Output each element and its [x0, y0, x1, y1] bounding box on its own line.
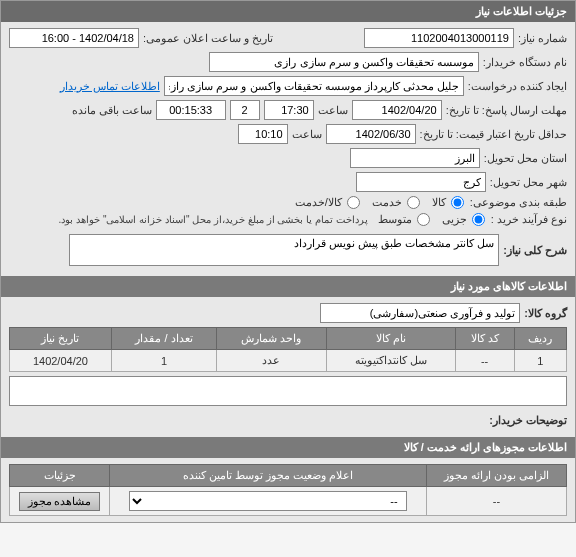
- view-permit-button[interactable]: مشاهده مجوز: [19, 492, 101, 511]
- cell-date: 1402/04/20: [10, 350, 112, 372]
- cat-service-radio[interactable]: [407, 196, 420, 209]
- status-select[interactable]: --: [129, 491, 406, 511]
- reply-deadline-label: مهلت ارسال پاسخ: تا تاریخ:: [446, 104, 567, 117]
- purchase-type-label: نوع فرآیند خرید :: [491, 213, 567, 226]
- panel-title: جزئیات اطلاعات نیاز: [476, 5, 567, 17]
- time-label-2: ساعت: [292, 128, 322, 141]
- announce-input[interactable]: [9, 28, 139, 48]
- cell-unit: عدد: [217, 350, 327, 372]
- cat-both-label: کالا/خدمت: [295, 196, 342, 209]
- items-table: ردیف کد کالا نام کالا واحد شمارش تعداد /…: [9, 327, 567, 372]
- col-name: نام کالا: [326, 328, 455, 350]
- validity-label: حداقل تاریخ اعتبار قیمت: تا تاریخ:: [420, 128, 567, 141]
- reply-date-input[interactable]: [352, 100, 442, 120]
- pcol-status: اعلام وضعیت مجوز توسط تامین کننده: [110, 465, 427, 487]
- cat-both-radio[interactable]: [347, 196, 360, 209]
- pcell-mandatory: --: [427, 487, 567, 516]
- validity-time-input[interactable]: [238, 124, 288, 144]
- col-code: کد کالا: [455, 328, 514, 350]
- permits-header-title: اطلاعات مجوزهای ارائه خدمت / کالا: [404, 441, 567, 453]
- remaining-time-input[interactable]: [156, 100, 226, 120]
- need-number-input[interactable]: [364, 28, 514, 48]
- category-radio-group: کالا خدمت کالا/خدمت: [295, 196, 466, 209]
- buyer-notes-label: توضیحات خریدار:: [489, 414, 567, 427]
- cell-idx: 1: [514, 350, 566, 372]
- table-row[interactable]: 1 -- سل کانتداکتیویته عدد 1 1402/04/20: [10, 350, 567, 372]
- pcell-status: --: [110, 487, 427, 516]
- days-left-input[interactable]: [230, 100, 260, 120]
- province-label: استان محل تحویل:: [484, 152, 567, 165]
- permits-table: الزامی بودن ارائه مجوز اعلام وضعیت مجوز …: [9, 464, 567, 516]
- items-header-title: اطلاعات کالاهای مورد نیاز: [451, 280, 567, 292]
- pcol-mandatory: الزامی بودن ارائه مجوز: [427, 465, 567, 487]
- cat-goods-label: کالا: [432, 196, 446, 209]
- buyer-label: نام دستگاه خریدار:: [483, 56, 567, 69]
- remaining-label: ساعت باقی مانده: [72, 104, 152, 117]
- pt-medium-radio[interactable]: [417, 213, 430, 226]
- cell-name: سل کانتداکتیویته: [326, 350, 455, 372]
- form-area: شماره نیاز: تاریخ و ساعت اعلان عمومی: نا…: [1, 22, 575, 276]
- col-row: ردیف: [514, 328, 566, 350]
- items-extra-textarea[interactable]: [9, 376, 567, 406]
- buyer-input[interactable]: [209, 52, 479, 72]
- reply-time-input[interactable]: [264, 100, 314, 120]
- desc-label: شرح کلی نیاز:: [503, 244, 567, 257]
- province-input[interactable]: [350, 148, 480, 168]
- city-input[interactable]: [356, 172, 486, 192]
- group-label: گروه کالا:: [524, 307, 567, 320]
- col-unit: واحد شمارش: [217, 328, 327, 350]
- creator-label: ایجاد کننده درخواست:: [468, 80, 567, 93]
- cat-service-label: خدمت: [372, 196, 402, 209]
- cat-goods-radio[interactable]: [451, 196, 464, 209]
- pt-minor-label: جزیی: [442, 213, 467, 226]
- contact-link[interactable]: اطلاعات تماس خریدار: [60, 80, 160, 93]
- items-header: اطلاعات کالاهای مورد نیاز: [1, 276, 575, 297]
- announce-label: تاریخ و ساعت اعلان عمومی:: [143, 32, 273, 45]
- pt-minor-radio[interactable]: [472, 213, 485, 226]
- creator-input[interactable]: [164, 76, 464, 96]
- main-panel: جزئیات اطلاعات نیاز شماره نیاز: تاریخ و …: [0, 0, 576, 523]
- permits-header: اطلاعات مجوزهای ارائه خدمت / کالا: [1, 437, 575, 458]
- city-label: شهر محل تحویل:: [490, 176, 567, 189]
- col-date: تاریخ نیاز: [10, 328, 112, 350]
- group-input[interactable]: [320, 303, 520, 323]
- pt-medium-label: متوسط: [378, 213, 412, 226]
- pcol-details: جزئیات: [10, 465, 110, 487]
- purchase-type-group: جزیی متوسط: [378, 213, 487, 226]
- time-label-1: ساعت: [318, 104, 348, 117]
- permits-row: -- -- مشاهده مجوز: [10, 487, 567, 516]
- items-area: گروه کالا: ردیف کد کالا نام کالا واحد شم…: [1, 297, 575, 437]
- validity-date-input[interactable]: [326, 124, 416, 144]
- panel-header: جزئیات اطلاعات نیاز: [1, 1, 575, 22]
- category-label: طبقه بندی موضوعی:: [470, 196, 567, 209]
- permits-area: الزامی بودن ارائه مجوز اعلام وضعیت مجوز …: [1, 458, 575, 522]
- cell-code: --: [455, 350, 514, 372]
- need-number-label: شماره نیاز:: [518, 32, 567, 45]
- col-qty: تعداد / مقدار: [111, 328, 216, 350]
- cell-qty: 1: [111, 350, 216, 372]
- pt-note: پرداخت تمام یا بخشی از مبلغ خرید،از محل …: [59, 214, 368, 225]
- desc-textarea[interactable]: [69, 234, 499, 266]
- pcell-details: مشاهده مجوز: [10, 487, 110, 516]
